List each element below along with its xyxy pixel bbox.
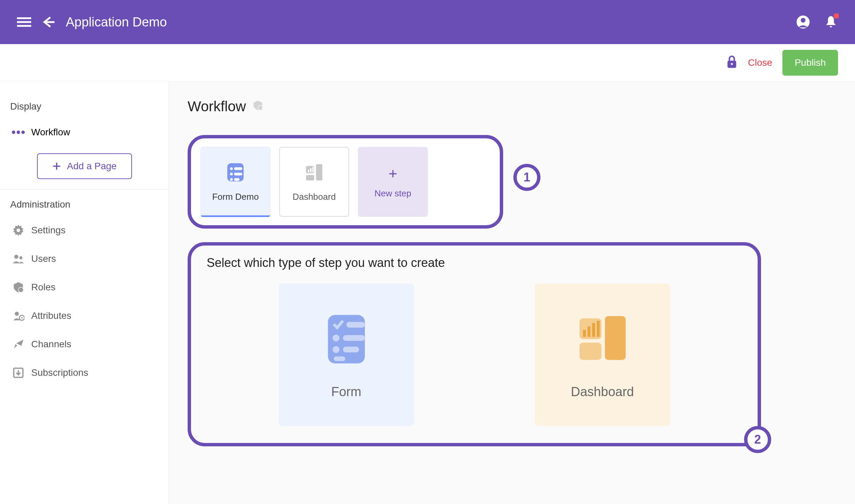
svg-rect-39 [587,327,590,337]
users-icon [12,253,24,265]
sidebar-item-channels[interactable]: Channels [0,330,168,359]
dashboard-large-icon [574,310,631,371]
callout-2: 2 [744,426,771,453]
svg-point-16 [258,106,263,110]
menu-icon[interactable] [17,15,31,29]
svg-rect-42 [605,316,625,360]
type-card-dashboard[interactable]: Dashboard [535,284,671,426]
svg-point-12 [15,312,19,316]
svg-point-10 [19,256,22,259]
close-button[interactable]: Close [748,57,772,68]
main-content: Workflow Form Demo Dashboard [169,82,855,504]
svg-rect-40 [592,323,595,337]
type-card-label: Form [331,384,361,399]
sidebar-item-label: Workflow [31,127,70,138]
sidebar-item-label: Channels [31,339,71,350]
svg-rect-1 [17,21,31,23]
page-title: Workflow [188,98,836,115]
sidebar-item-workflow[interactable]: Workflow [0,118,168,146]
sidebar-item-users[interactable]: Users [0,245,168,273]
form-large-icon [318,310,375,371]
notifications-icon[interactable] [824,15,838,29]
action-bar: Close Publish [0,44,855,82]
lock-icon[interactable] [726,55,738,70]
plus-icon: + [389,165,397,182]
user-icon[interactable] [796,15,810,29]
type-card-label: Dashboard [571,384,634,399]
sidebar-item-label: Attributes [31,310,71,321]
svg-point-8 [17,229,20,232]
svg-rect-31 [346,322,365,328]
add-page-label: Add a Page [67,161,117,172]
workflow-steps-box: Form Demo Dashboard + New step [188,135,503,229]
sidebar-item-attributes[interactable]: Attributes [0,302,168,330]
svg-rect-43 [580,343,602,360]
type-selection-box: Select which type of step you want to cr… [188,242,761,446]
channels-icon [12,338,24,350]
svg-point-6 [731,63,733,65]
attributes-icon [12,310,24,322]
sidebar-item-label: Settings [31,225,66,236]
app-title: Application Demo [66,15,167,30]
svg-rect-2 [17,25,31,27]
type-selection-title: Select which type of step you want to cr… [207,256,744,270]
svg-point-34 [333,346,339,353]
svg-rect-41 [597,321,600,337]
step-tile-form-demo[interactable]: Form Demo [200,147,270,217]
gear-icon [12,224,24,236]
svg-rect-35 [343,347,359,353]
sidebar-item-subscriptions[interactable]: Subscriptions [0,359,168,387]
roles-badge-icon [252,98,264,115]
svg-rect-25 [308,169,309,172]
step-tile-label: Dashboard [292,192,336,202]
svg-rect-33 [343,335,365,341]
back-icon[interactable] [41,15,56,29]
sidebar-item-settings[interactable]: Settings [0,216,168,245]
type-card-form[interactable]: Form [279,284,414,426]
sidebar-item-roles[interactable]: Roles [0,273,168,302]
sidebar: Display Workflow Add a Page Administrati… [0,82,169,504]
workflow-icon [12,126,24,138]
svg-rect-26 [310,168,311,172]
sidebar-section-display: Display [0,95,168,118]
svg-rect-28 [316,164,322,180]
svg-point-22 [230,178,233,181]
svg-point-20 [230,173,233,175]
svg-point-18 [230,167,233,170]
svg-point-32 [333,335,339,341]
svg-rect-0 [17,17,31,19]
svg-rect-38 [583,330,586,337]
svg-point-14 [21,317,23,319]
svg-rect-27 [313,167,314,172]
add-page-button[interactable]: Add a Page [37,153,132,179]
svg-rect-21 [234,173,242,175]
svg-rect-19 [234,167,242,170]
svg-rect-36 [334,357,345,361]
shield-icon [12,281,24,293]
step-tile-label: Form Demo [212,192,259,202]
sidebar-item-label: Roles [31,282,56,293]
callout-1: 1 [513,164,540,191]
notification-dot [834,14,839,18]
dashboard-icon [303,161,325,185]
publish-button[interactable]: Publish [782,50,838,76]
svg-point-11 [18,287,23,292]
svg-rect-29 [306,175,314,180]
app-header: Application Demo [0,0,855,44]
sidebar-section-admin: Administration [0,193,168,216]
step-tile-dashboard[interactable]: Dashboard [279,147,349,217]
svg-point-4 [801,18,805,23]
header-right [796,15,838,29]
step-tile-new-step[interactable]: + New step [358,147,428,217]
sidebar-item-label: Users [31,253,56,264]
header-left: Application Demo [17,15,167,30]
download-icon [12,367,24,379]
step-tile-label: New step [375,188,411,199]
svg-point-9 [14,255,18,259]
form-icon [225,161,246,185]
sidebar-item-label: Subscriptions [31,367,88,378]
svg-rect-23 [234,178,239,181]
